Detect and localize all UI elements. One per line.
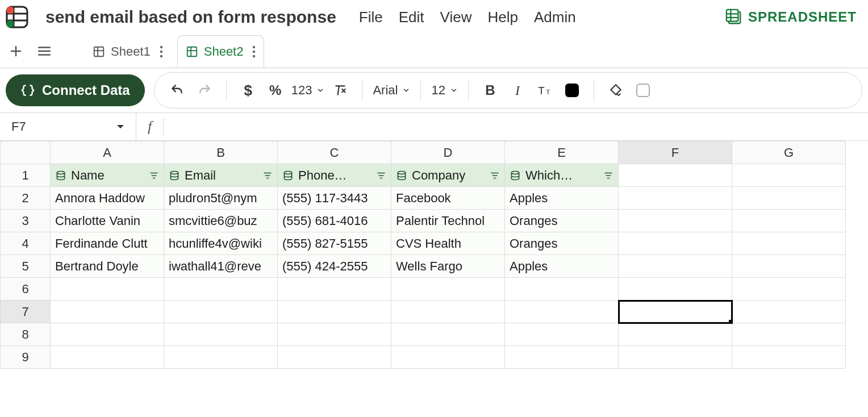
cell-F9[interactable] xyxy=(619,346,732,369)
cell-C3[interactable]: (555) 681-4016 xyxy=(278,210,391,232)
cell-C9[interactable] xyxy=(278,346,391,369)
cell-F3[interactable] xyxy=(619,210,732,232)
cell-G9[interactable] xyxy=(732,346,846,369)
menu-admin[interactable]: Admin xyxy=(534,9,576,26)
menu-file[interactable]: File xyxy=(359,9,383,26)
cell-G5[interactable] xyxy=(732,255,846,278)
font-size-dropdown[interactable]: 12 xyxy=(431,83,457,98)
column-header-G[interactable]: G xyxy=(732,141,846,164)
filter-icon[interactable] xyxy=(262,170,273,181)
name-box[interactable]: F7 xyxy=(0,113,136,140)
cell-D5[interactable]: Wells Fargo xyxy=(391,255,505,278)
tab-sheet1[interactable]: Sheet1 xyxy=(84,35,172,67)
cell-A4[interactable]: Ferdinande Clutt xyxy=(51,232,164,255)
clear-format-button[interactable] xyxy=(329,79,352,102)
cell-F2[interactable] xyxy=(619,187,732,210)
cell-C4[interactable]: (555) 827-5155 xyxy=(278,232,391,255)
tab-menu-icon[interactable] xyxy=(160,45,163,58)
cell-E2[interactable]: Apples xyxy=(505,187,619,210)
row-header-8[interactable]: 8 xyxy=(1,323,51,346)
row-header-6[interactable]: 6 xyxy=(1,278,51,301)
connect-data-button[interactable]: Connect Data xyxy=(6,74,145,106)
cell-B6[interactable] xyxy=(164,278,278,301)
column-header-D[interactable]: D xyxy=(391,141,505,164)
row-header-7[interactable]: 7 xyxy=(1,301,51,323)
cell-C8[interactable] xyxy=(278,323,391,346)
column-header-E[interactable]: E xyxy=(505,141,619,164)
cell-F7[interactable] xyxy=(619,301,732,323)
cell-G1[interactable] xyxy=(732,164,846,187)
row-header-3[interactable]: 3 xyxy=(1,210,51,232)
cell-D7[interactable] xyxy=(391,301,505,323)
cell-F5[interactable] xyxy=(619,255,732,278)
cell-E4[interactable]: Oranges xyxy=(505,232,619,255)
row-header-4[interactable]: 4 xyxy=(1,232,51,255)
menu-view[interactable]: View xyxy=(440,9,472,26)
redo-button[interactable] xyxy=(193,79,216,102)
filter-icon[interactable] xyxy=(490,170,500,181)
column-header-A[interactable]: A xyxy=(51,141,164,164)
cell-G8[interactable] xyxy=(732,323,846,346)
cell-D6[interactable] xyxy=(391,278,505,301)
cell-A5[interactable]: Bertrand Doyle xyxy=(51,255,164,278)
cell-A3[interactable]: Charlotte Vanin xyxy=(51,210,164,232)
italic-button[interactable]: I xyxy=(506,79,529,102)
selection-handle[interactable] xyxy=(729,320,732,323)
select-all-cell[interactable] xyxy=(1,141,51,164)
cell-A2[interactable]: Annora Haddow xyxy=(51,187,164,210)
cell-C6[interactable] xyxy=(278,278,391,301)
cell-E1[interactable]: Which… xyxy=(505,164,619,187)
cell-C1[interactable]: Phone… xyxy=(278,164,391,187)
tab-menu-icon[interactable] xyxy=(252,45,256,58)
filter-icon[interactable] xyxy=(376,170,386,181)
text-size-button[interactable]: TT xyxy=(533,79,556,102)
document-title[interactable]: send email based on form response xyxy=(45,7,336,27)
font-family-dropdown[interactable]: Arial xyxy=(373,83,410,98)
cell-G6[interactable] xyxy=(732,278,846,301)
cell-D9[interactable] xyxy=(391,346,505,369)
cell-B1[interactable]: Email xyxy=(164,164,278,187)
cell-G4[interactable] xyxy=(732,232,846,255)
cell-D1[interactable]: Company xyxy=(391,164,505,187)
cell-F6[interactable] xyxy=(619,278,732,301)
cell-A9[interactable] xyxy=(51,346,164,369)
column-header-F[interactable]: F xyxy=(619,141,732,164)
column-header-C[interactable]: C xyxy=(278,141,391,164)
menu-edit[interactable]: Edit xyxy=(399,9,424,26)
cell-B5[interactable]: iwathall41@reve xyxy=(164,255,278,278)
filter-icon[interactable] xyxy=(149,170,159,181)
cell-E5[interactable]: Apples xyxy=(505,255,619,278)
cell-A1[interactable]: Name xyxy=(51,164,164,187)
cell-G7[interactable] xyxy=(732,301,846,323)
cell-A8[interactable] xyxy=(51,323,164,346)
fill-color-button[interactable] xyxy=(604,79,627,102)
all-sheets-button[interactable] xyxy=(33,40,56,62)
grid[interactable]: ABCDEFG1 Name Email Phone… xyxy=(0,141,868,369)
cell-B3[interactable]: smcvittie6@buz xyxy=(164,210,278,232)
cell-C5[interactable]: (555) 424-2555 xyxy=(278,255,391,278)
cell-B8[interactable] xyxy=(164,323,278,346)
row-header-2[interactable]: 2 xyxy=(1,187,51,210)
row-header-5[interactable]: 5 xyxy=(1,255,51,278)
cell-D2[interactable]: Facebook xyxy=(391,187,505,210)
text-color-button[interactable] xyxy=(561,79,583,102)
cell-G3[interactable] xyxy=(732,210,846,232)
tab-sheet2[interactable]: Sheet2 xyxy=(177,35,265,67)
cell-G2[interactable] xyxy=(732,187,846,210)
row-header-9[interactable]: 9 xyxy=(1,346,51,369)
cell-D3[interactable]: Palentir Technol xyxy=(391,210,505,232)
cell-D4[interactable]: CVS Health xyxy=(391,232,505,255)
cell-F1[interactable] xyxy=(619,164,732,187)
cell-E8[interactable] xyxy=(505,323,619,346)
undo-button[interactable] xyxy=(166,79,189,102)
filter-icon[interactable] xyxy=(603,170,614,181)
percent-format-button[interactable]: % xyxy=(264,79,287,102)
number-format-dropdown[interactable]: 123 xyxy=(291,83,325,98)
cell-C7[interactable] xyxy=(278,301,391,323)
cell-E9[interactable] xyxy=(505,346,619,369)
cell-B4[interactable]: hcunliffe4v@wiki xyxy=(164,232,278,255)
cell-E7[interactable] xyxy=(505,301,619,323)
cell-B9[interactable] xyxy=(164,346,278,369)
cell-E3[interactable]: Oranges xyxy=(505,210,619,232)
cell-A6[interactable] xyxy=(51,278,164,301)
